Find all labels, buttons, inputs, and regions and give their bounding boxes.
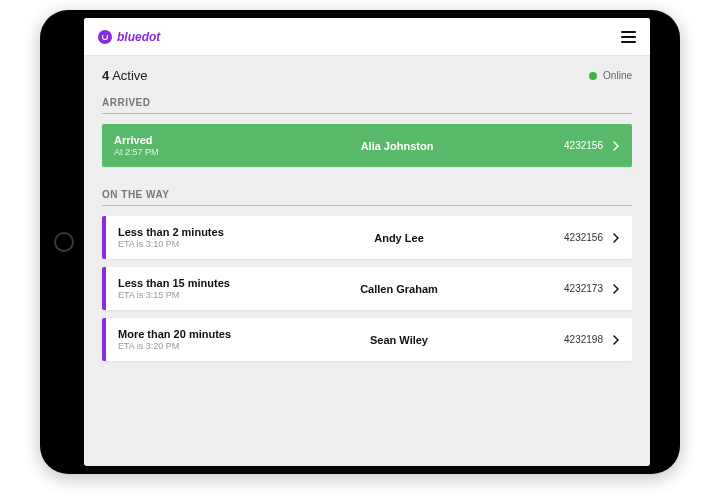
brand[interactable]: bluedot	[98, 30, 160, 44]
online-dot-icon	[589, 72, 597, 80]
ontheway-status-line2: ETA is 3:10 PM	[118, 239, 268, 249]
ontheway-row-name: Callen Graham	[268, 283, 530, 295]
arrived-status-line1: Arrived	[114, 134, 264, 146]
ontheway-row-id: 4232156	[564, 232, 603, 243]
ontheway-row[interactable]: Less than 15 minutes ETA is 3:15 PM Call…	[102, 267, 632, 310]
ontheway-row-right: 4232198	[530, 334, 620, 345]
arrived-row-status: Arrived At 2:57 PM	[114, 134, 264, 157]
brand-logo-icon	[98, 30, 112, 44]
ontheway-row-status: Less than 15 minutes ETA is 3:15 PM	[118, 277, 268, 300]
active-count: 4 Active	[102, 68, 148, 83]
content-area: 4 Active Online ARRIVED Arrived At 2:57 …	[84, 56, 650, 466]
arrived-row-name: Alia Johnston	[264, 140, 530, 152]
ontheway-row-name: Sean Wiley	[268, 334, 530, 346]
menu-icon[interactable]	[621, 31, 636, 43]
ontheway-row-right: 4232156	[530, 232, 620, 243]
status-row: 4 Active Online	[102, 68, 632, 83]
ontheway-status-line1: Less than 2 minutes	[118, 226, 268, 238]
active-count-label: Active	[112, 68, 147, 83]
arrived-row[interactable]: Arrived At 2:57 PM Alia Johnston 4232156	[102, 124, 632, 167]
chevron-right-icon	[613, 141, 620, 151]
ontheway-status-line1: Less than 15 minutes	[118, 277, 268, 289]
online-status: Online	[589, 70, 632, 81]
ontheway-status-line1: More than 20 minutes	[118, 328, 268, 340]
active-count-number: 4	[102, 68, 109, 83]
top-bar: bluedot	[84, 18, 650, 56]
arrived-row-id: 4232156	[564, 140, 603, 151]
section-arrived-title: ARRIVED	[102, 97, 632, 114]
arrived-status-line2: At 2:57 PM	[114, 147, 264, 157]
ontheway-row-right: 4232173	[530, 283, 620, 294]
tablet-frame: bluedot 4 Active Online ARRIVED Ar	[40, 10, 680, 474]
arrived-row-right: 4232156	[530, 140, 620, 151]
app-screen: bluedot 4 Active Online ARRIVED Ar	[84, 18, 650, 466]
ontheway-status-line2: ETA is 3:20 PM	[118, 341, 268, 351]
ontheway-status-line2: ETA is 3:15 PM	[118, 290, 268, 300]
ontheway-row[interactable]: Less than 2 minutes ETA is 3:10 PM Andy …	[102, 216, 632, 259]
chevron-right-icon	[613, 284, 620, 294]
brand-name: bluedot	[117, 30, 160, 44]
ontheway-row-status: Less than 2 minutes ETA is 3:10 PM	[118, 226, 268, 249]
online-label: Online	[603, 70, 632, 81]
ontheway-row-status: More than 20 minutes ETA is 3:20 PM	[118, 328, 268, 351]
chevron-right-icon	[613, 233, 620, 243]
ontheway-row-id: 4232198	[564, 334, 603, 345]
section-ontheway-title: ON THE WAY	[102, 189, 632, 206]
ontheway-row[interactable]: More than 20 minutes ETA is 3:20 PM Sean…	[102, 318, 632, 361]
home-button[interactable]	[54, 232, 74, 252]
chevron-right-icon	[613, 335, 620, 345]
ontheway-row-name: Andy Lee	[268, 232, 530, 244]
ontheway-row-id: 4232173	[564, 283, 603, 294]
